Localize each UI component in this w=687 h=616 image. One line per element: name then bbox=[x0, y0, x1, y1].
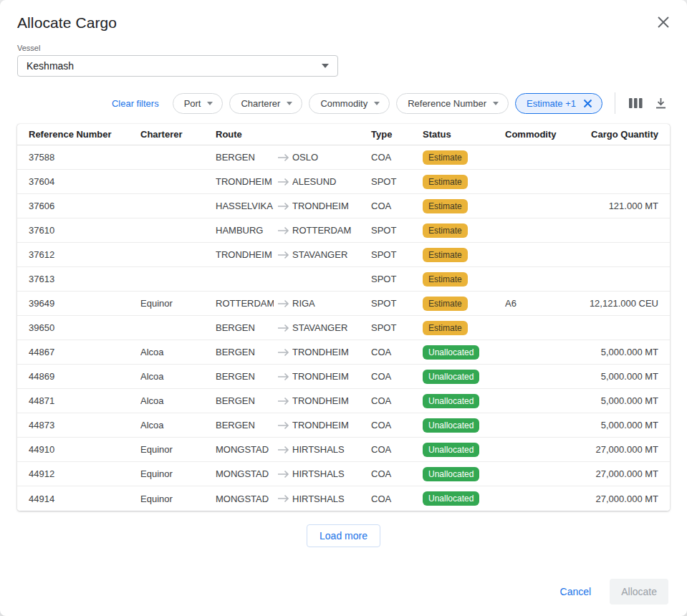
table-row[interactable]: 39650BERGENSTAVANGERSPOTEstimate bbox=[17, 316, 670, 340]
chevron-down-icon bbox=[493, 102, 499, 105]
filter-chip-charterer[interactable]: Charterer bbox=[229, 93, 302, 114]
clear-filters-link[interactable]: Clear filters bbox=[112, 98, 159, 109]
cell-type: COA bbox=[371, 468, 423, 479]
close-button[interactable] bbox=[654, 13, 673, 32]
status-badge: Unallocated bbox=[423, 394, 479, 408]
arrow-right-icon bbox=[277, 446, 289, 454]
arrow-right-icon bbox=[277, 421, 289, 430]
cell-charterer: Equinor bbox=[140, 444, 216, 455]
cell-charterer: Alcoa bbox=[140, 347, 216, 357]
cell-commodity: A6 bbox=[505, 298, 577, 309]
column-header-commodity: Commodity bbox=[505, 129, 577, 140]
status-badge: Unallocated bbox=[423, 491, 479, 506]
cell-route-to: STAVANGER bbox=[292, 322, 371, 333]
route-arrow-cell bbox=[274, 372, 292, 381]
table-row[interactable]: 44912EquinorMONGSTADHIRTSHALSCOAUnalloca… bbox=[17, 462, 670, 486]
route-arrow-cell bbox=[274, 421, 292, 430]
columns-button[interactable] bbox=[626, 95, 645, 112]
table-row[interactable]: 37606HASSELVIKATRONDHEIMCOAEstimate121.0… bbox=[17, 194, 670, 218]
remove-filter-icon[interactable] bbox=[583, 99, 592, 108]
cell-type: COA bbox=[371, 420, 423, 430]
table-row[interactable]: 37612TRONDHEIMSTAVANGERSPOTEstimate bbox=[17, 243, 670, 267]
arrow-right-icon bbox=[277, 226, 289, 235]
cell-route-to: STAVANGER bbox=[292, 249, 371, 260]
cell-cargo-quantity: 27,000.000 MT bbox=[577, 468, 658, 479]
filter-chip-label: Reference Number bbox=[408, 98, 486, 109]
cell-route-to: ROTTERDAM bbox=[292, 225, 371, 236]
cell-route-to: TRONDHEIM bbox=[292, 201, 371, 211]
vessel-select[interactable]: Keshmash bbox=[17, 55, 338, 77]
vessel-select-value: Keshmash bbox=[27, 60, 74, 72]
cell-type: SPOT bbox=[371, 322, 423, 333]
status-badge: Estimate bbox=[423, 321, 468, 335]
cell-reference-number: 37613 bbox=[29, 274, 140, 284]
cell-route-to: HIRTSHALS bbox=[292, 494, 371, 504]
dialog-title: Allocate Cargo bbox=[17, 14, 117, 32]
cell-reference-number: 44914 bbox=[29, 494, 140, 504]
table-row[interactable]: 37613SPOTEstimate bbox=[17, 267, 670, 292]
dialog-footer: Cancel Allocate bbox=[17, 579, 670, 610]
arrow-right-icon bbox=[277, 372, 289, 381]
close-icon bbox=[657, 20, 670, 31]
cell-type: COA bbox=[371, 395, 423, 406]
cell-route-to: HIRTSHALS bbox=[292, 444, 371, 455]
cell-charterer: Equinor bbox=[140, 494, 216, 504]
column-header-reference-number: Reference Number bbox=[29, 129, 140, 140]
table-row[interactable]: 39649EquinorROTTERDAMRIGASPOTEstimateA61… bbox=[17, 292, 670, 316]
table-row[interactable]: 37610HAMBURGROTTERDAMSPOTEstimate bbox=[17, 218, 670, 243]
status-badge: Estimate bbox=[423, 150, 468, 165]
cell-type: SPOT bbox=[371, 298, 423, 309]
table-row[interactable]: 44910EquinorMONGSTADHIRTSHALSCOAUnalloca… bbox=[17, 438, 670, 462]
arrow-right-icon bbox=[277, 324, 289, 332]
filter-chip-reference-number[interactable]: Reference Number bbox=[396, 93, 509, 114]
cell-route-from: TRONDHEIM bbox=[216, 249, 274, 260]
chevron-down-icon bbox=[322, 64, 329, 68]
filter-chip-estimate-active[interactable]: Estimate +1 bbox=[515, 93, 602, 114]
cell-status: Estimate bbox=[423, 297, 505, 311]
table-row[interactable]: 37588BERGENOSLOCOAEstimate bbox=[17, 145, 670, 170]
vessel-label: Vessel bbox=[17, 44, 670, 52]
cell-status: Unallocated bbox=[423, 418, 505, 433]
table-row[interactable]: 44873AlcoaBERGENTRONDHEIMCOAUnallocated5… bbox=[17, 413, 670, 438]
allocate-cargo-dialog: Allocate Cargo Vessel Keshmash Clear fil… bbox=[0, 0, 687, 616]
route-arrow-cell bbox=[274, 299, 292, 308]
table-row[interactable]: 37604TRONDHEIMALESUNDSPOTEstimate bbox=[17, 170, 670, 194]
arrow-right-icon bbox=[277, 299, 289, 308]
cell-type: COA bbox=[371, 152, 423, 163]
cell-route-from: MONGSTAD bbox=[216, 444, 274, 455]
arrow-right-icon bbox=[277, 397, 289, 405]
arrow-right-icon bbox=[277, 251, 289, 259]
vessel-field: Vessel Keshmash bbox=[17, 44, 670, 77]
filter-chip-commodity[interactable]: Commodity bbox=[309, 93, 390, 114]
columns-icon bbox=[629, 100, 643, 111]
cell-charterer: Equinor bbox=[140, 298, 216, 309]
cell-cargo-quantity: 121.000 MT bbox=[577, 201, 658, 211]
chevron-down-icon bbox=[374, 102, 380, 105]
table-row[interactable]: 44867AlcoaBERGENTRONDHEIMCOAUnallocated5… bbox=[17, 340, 670, 365]
filter-chip-label: Charterer bbox=[241, 98, 280, 109]
table-row[interactable]: 44914EquinorMONGSTADHIRTSHALSCOAUnalloca… bbox=[17, 486, 670, 511]
cell-reference-number: 39650 bbox=[29, 322, 140, 333]
filter-chip-port[interactable]: Port bbox=[173, 93, 224, 114]
route-arrow-cell bbox=[274, 153, 292, 162]
load-more-button[interactable]: Load more bbox=[307, 524, 380, 547]
cell-type: SPOT bbox=[371, 225, 423, 236]
cancel-button[interactable]: Cancel bbox=[552, 580, 600, 603]
cell-route-to: RIGA bbox=[292, 298, 371, 309]
table-row[interactable]: 44871AlcoaBERGENTRONDHEIMCOAUnallocated5… bbox=[17, 389, 670, 413]
cargo-table: Reference Number Charterer Route Type St… bbox=[17, 124, 670, 511]
cell-status: Unallocated bbox=[423, 394, 505, 408]
cell-route-to: HIRTSHALS bbox=[292, 468, 371, 479]
download-button[interactable] bbox=[652, 95, 670, 112]
route-arrow-cell bbox=[274, 446, 292, 454]
table-row[interactable]: 44869AlcoaBERGENTRONDHEIMCOAUnallocated5… bbox=[17, 365, 670, 389]
route-arrow-cell bbox=[274, 348, 292, 357]
cell-route-to: TRONDHEIM bbox=[292, 371, 371, 382]
filter-chip-label: Port bbox=[184, 98, 201, 109]
cell-status: Estimate bbox=[423, 272, 505, 287]
cell-cargo-quantity: 5,000.000 MT bbox=[577, 347, 658, 357]
cell-status: Estimate bbox=[423, 175, 505, 189]
cell-route-from: BERGEN bbox=[216, 322, 274, 333]
cell-reference-number: 37606 bbox=[29, 201, 140, 211]
cell-type: SPOT bbox=[371, 176, 423, 187]
